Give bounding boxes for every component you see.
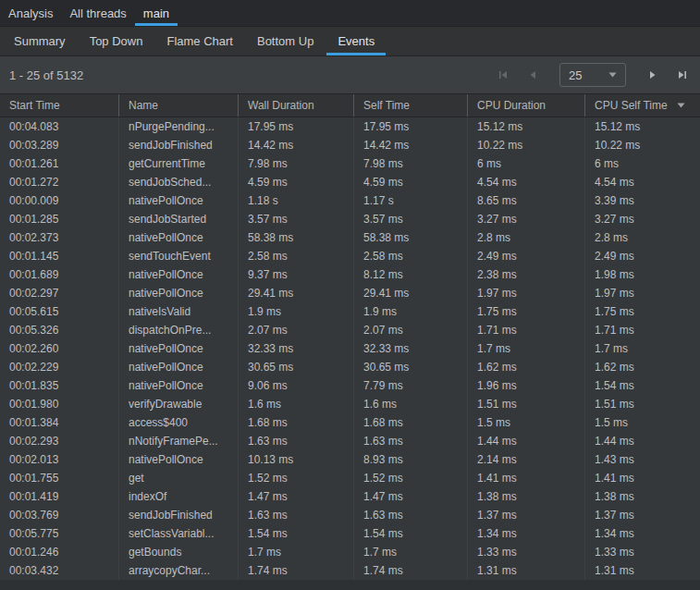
thread-tab-bar: AnalysisAll threadsmain (0, 0, 700, 27)
table-cell: 1.7 ms (584, 339, 700, 358)
profiler-events-panel: AnalysisAll threadsmain SummaryTop DownF… (0, 0, 700, 590)
table-cell: sendTouchEvent (118, 247, 238, 265)
table-row[interactable]: 00:03.769sendJobFinished1.63 ms1.63 ms1.… (0, 506, 700, 524)
table-cell: 00:02.373 (0, 228, 118, 247)
table-cell: 1.62 ms (584, 358, 700, 376)
table-cell: 1.52 ms (238, 469, 353, 487)
table-cell: 1.18 s (238, 191, 353, 210)
table-cell: 1.52 ms (353, 469, 467, 487)
table-cell: nativePollOnce (118, 265, 238, 284)
view-tab-top-down[interactable]: Top Down (79, 27, 154, 55)
table-cell: 1.71 ms (584, 321, 700, 339)
table-cell: 1.37 ms (467, 506, 584, 524)
table-cell: 2.8 ms (584, 228, 700, 247)
column-header-start-time[interactable]: Start Time (0, 94, 118, 117)
table-cell: 1.7 ms (353, 543, 467, 561)
table-cell: 1.97 ms (584, 284, 700, 302)
column-header-name[interactable]: Name (118, 94, 238, 117)
table-body: 00:04.083nPurgePending...17.95 ms17.95 m… (0, 117, 700, 580)
table-row[interactable]: 00:01.835nativePollOnce9.06 ms7.79 ms1.9… (0, 376, 700, 395)
table-row[interactable]: 00:00.009nativePollOnce1.18 s1.17 s8.65 … (0, 191, 700, 210)
table-cell: nNotifyFramePe... (118, 432, 238, 450)
table-cell: 1.51 ms (584, 395, 700, 413)
table-cell: 58.38 ms (353, 228, 467, 247)
next-page-button[interactable] (646, 68, 659, 81)
thread-tab-analysis[interactable]: Analysis (0, 0, 61, 26)
column-header-cpu-self-time[interactable]: CPU Self Time (584, 94, 700, 117)
first-page-icon (497, 69, 509, 80)
table-cell: 4.59 ms (238, 173, 353, 191)
first-page-button[interactable] (497, 68, 510, 81)
table-cell: 1.75 ms (584, 302, 700, 321)
table-cell: 00:01.755 (0, 469, 118, 487)
table-row[interactable]: 00:03.289sendJobFinished14.42 ms14.42 ms… (0, 136, 700, 154)
table-row[interactable]: 00:05.615nativeIsValid1.9 ms1.9 ms1.75 m… (0, 302, 700, 321)
table-row[interactable]: 00:02.260nativePollOnce32.33 ms32.33 ms1… (0, 339, 700, 358)
thread-tab-all-threads[interactable]: All threads (61, 0, 134, 26)
table-cell: 32.33 ms (238, 339, 353, 358)
thread-tab-main[interactable]: main (135, 0, 178, 26)
table-cell: 00:01.384 (0, 413, 118, 432)
previous-page-button[interactable] (526, 68, 539, 81)
table-cell: 00:02.229 (0, 358, 118, 376)
view-tab-flame-chart[interactable]: Flame Chart (155, 27, 244, 55)
table-row[interactable]: 00:01.261getCurrentTime7.98 ms7.98 ms6 m… (0, 154, 700, 173)
table-cell: 1.7 ms (467, 339, 584, 358)
table-cell: 1.33 ms (467, 543, 584, 561)
next-page-icon (647, 69, 658, 80)
table-row[interactable]: 00:05.775setClassVariabl...1.54 ms1.54 m… (0, 524, 700, 543)
table-cell: 00:01.835 (0, 376, 118, 395)
table-row[interactable]: 00:01.272sendJobSched...4.59 ms4.59 ms4.… (0, 173, 700, 191)
table-row[interactable]: 00:01.419indexOf1.47 ms1.47 ms1.38 ms1.3… (0, 487, 700, 506)
table-row[interactable]: 00:01.755get1.52 ms1.52 ms1.41 ms1.41 ms (0, 469, 700, 487)
table-row[interactable]: 00:01.145sendTouchEvent2.58 ms2.58 ms2.4… (0, 247, 700, 265)
page-size-dropdown[interactable]: 25 (559, 63, 626, 87)
table-row[interactable]: 00:01.246getBounds1.7 ms1.7 ms1.33 ms1.3… (0, 543, 700, 561)
table-cell: 1.96 ms (467, 376, 584, 395)
table-cell: 1.6 ms (353, 395, 467, 413)
table-cell: 00:01.145 (0, 247, 118, 265)
table-cell: dispatchOnPre... (118, 321, 238, 339)
table-cell: 1.9 ms (353, 302, 467, 321)
table-row[interactable]: 00:04.083nPurgePending...17.95 ms17.95 m… (0, 117, 700, 136)
column-header-cpu-duration[interactable]: CPU Duration (467, 94, 584, 117)
table-cell: 1.75 ms (467, 302, 584, 321)
table-row[interactable]: 00:02.229nativePollOnce30.65 ms30.65 ms1… (0, 358, 700, 376)
table-cell: 00:02.293 (0, 432, 118, 450)
sort-desc-icon (677, 103, 685, 108)
table-cell: 00:01.246 (0, 543, 118, 561)
table-row[interactable]: 00:03.432arraycopyChar...1.74 ms1.74 ms1… (0, 561, 700, 580)
table-cell: 1.54 ms (238, 524, 353, 543)
view-tab-summary[interactable]: Summary (3, 27, 77, 55)
table-row[interactable]: 00:02.297nativePollOnce29.41 ms29.41 ms1… (0, 284, 700, 302)
table-row[interactable]: 00:05.326dispatchOnPre...2.07 ms2.07 ms1… (0, 321, 700, 339)
column-header-label: Self Time (363, 99, 410, 112)
table-cell: sendJobFinished (118, 506, 238, 524)
table-cell: 1.47 ms (238, 487, 353, 506)
table-row[interactable]: 00:02.373nativePollOnce58.38 ms58.38 ms2… (0, 228, 700, 247)
last-page-button[interactable] (676, 68, 689, 81)
table-cell: 00:01.272 (0, 173, 118, 191)
table-cell: 6 ms (584, 154, 700, 173)
table-cell: 1.98 ms (584, 265, 700, 284)
table-row[interactable]: 00:01.980verifyDrawable1.6 ms1.6 ms1.51 … (0, 395, 700, 413)
table-row[interactable]: 00:01.384access$4001.68 ms1.68 ms1.5 ms1… (0, 413, 700, 432)
table-cell: 17.95 ms (353, 117, 467, 136)
table-cell: 1.54 ms (584, 376, 700, 395)
column-header-wall-duration[interactable]: Wall Duration (238, 94, 353, 117)
table-row[interactable]: 00:02.293nNotifyFramePe...1.63 ms1.63 ms… (0, 432, 700, 450)
table-cell: 3.27 ms (467, 210, 584, 228)
table-row[interactable]: 00:01.689nativePollOnce9.37 ms8.12 ms2.3… (0, 265, 700, 284)
column-header-self-time[interactable]: Self Time (353, 94, 467, 117)
table-cell: 7.98 ms (353, 154, 467, 173)
table-cell: sendJobFinished (118, 136, 238, 154)
table-cell: 14.42 ms (238, 136, 353, 154)
table-cell: 10.13 ms (238, 450, 353, 469)
table-row[interactable]: 00:01.285sendJobStarted3.57 ms3.57 ms3.2… (0, 210, 700, 228)
table-row[interactable]: 00:02.013nativePollOnce10.13 ms8.93 ms2.… (0, 450, 700, 469)
view-tab-bottom-up[interactable]: Bottom Up (246, 27, 325, 55)
view-tab-events[interactable]: Events (326, 27, 386, 55)
previous-page-icon (527, 69, 538, 80)
table-cell: 1.33 ms (584, 543, 700, 561)
table-cell: 1.63 ms (238, 506, 353, 524)
